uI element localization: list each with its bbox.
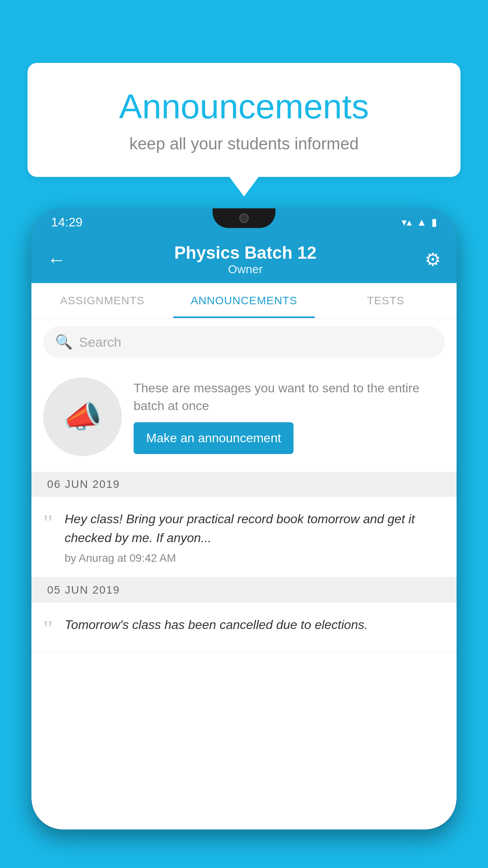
- camera-dot: [239, 213, 249, 223]
- announcement-text-2: Tomorrow's class has been cancelled due …: [65, 615, 445, 634]
- promo-card: 📣 These are messages you want to send to…: [31, 366, 457, 472]
- phone-notch: [213, 208, 275, 228]
- phone-screen: 14:29 ▾▴ ▲ ▮ ← Physics Batch 12 Owner ⚙: [31, 208, 457, 829]
- announcement-item-2[interactable]: " Tomorrow's class has been cancelled du…: [31, 603, 457, 652]
- phone-wrapper: 14:29 ▾▴ ▲ ▮ ← Physics Batch 12 Owner ⚙: [31, 208, 457, 868]
- app-bar-subtitle: Owner: [174, 263, 317, 276]
- date-divider-1: 06 JUN 2019: [31, 472, 457, 497]
- tab-tests[interactable]: TESTS: [315, 283, 457, 318]
- announcement-meta-1: by Anurag at 09:42 AM: [65, 552, 445, 565]
- make-announcement-button[interactable]: Make an announcement: [134, 422, 294, 454]
- status-bar: 14:29 ▾▴ ▲ ▮: [31, 208, 457, 236]
- speech-bubble-subtitle: keep all your students informed: [59, 134, 429, 153]
- tabs-bar: ASSIGNMENTS ANNOUNCEMENTS TESTS: [31, 283, 457, 318]
- app-bar: ← Physics Batch 12 Owner ⚙: [31, 236, 457, 283]
- search-icon: 🔍: [55, 334, 73, 350]
- announcement-content-1: Hey class! Bring your practical record b…: [65, 509, 445, 565]
- wifi-icon: ▾▴: [402, 216, 412, 228]
- app-bar-title: Physics Batch 12: [174, 243, 317, 263]
- announcement-item-1[interactable]: " Hey class! Bring your practical record…: [31, 497, 457, 577]
- tab-announcements[interactable]: ANNOUNCEMENTS: [173, 283, 315, 318]
- search-bar[interactable]: 🔍 Search: [43, 326, 445, 358]
- app-bar-center: Physics Batch 12 Owner: [174, 243, 317, 276]
- promo-description: These are messages you want to send to t…: [134, 379, 445, 415]
- quote-icon-1: ": [43, 513, 53, 532]
- promo-right: These are messages you want to send to t…: [134, 379, 445, 454]
- speech-bubble-title: Announcements: [59, 86, 429, 127]
- speech-bubble-section: Announcements keep all your students inf…: [28, 63, 460, 177]
- search-bar-container: 🔍 Search: [31, 318, 457, 366]
- back-button[interactable]: ←: [47, 249, 66, 270]
- date-divider-2: 05 JUN 2019: [31, 577, 457, 603]
- quote-icon-2: ": [43, 619, 53, 638]
- search-placeholder: Search: [79, 335, 121, 350]
- signal-icon: ▲: [416, 216, 427, 228]
- battery-icon: ▮: [431, 216, 437, 228]
- announcement-text-1: Hey class! Bring your practical record b…: [65, 509, 445, 547]
- announcement-content-2: Tomorrow's class has been cancelled due …: [65, 615, 445, 639]
- tab-assignments[interactable]: ASSIGNMENTS: [31, 283, 173, 318]
- megaphone-icon: 📣: [63, 398, 102, 435]
- phone-device: 14:29 ▾▴ ▲ ▮ ← Physics Batch 12 Owner ⚙: [31, 208, 457, 829]
- promo-icon-circle: 📣: [43, 377, 122, 456]
- status-icons: ▾▴ ▲ ▮: [402, 216, 437, 228]
- speech-bubble-card: Announcements keep all your students inf…: [28, 63, 460, 177]
- settings-icon[interactable]: ⚙: [425, 249, 441, 270]
- status-time: 14:29: [51, 215, 83, 230]
